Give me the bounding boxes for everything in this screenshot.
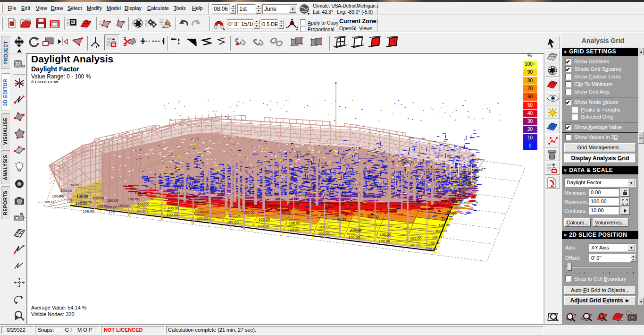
svg-text:100.00: 100.00	[197, 216, 209, 221]
svg-text:100: 100	[58, 194, 65, 198]
svg-text:100.00: 100.00	[461, 181, 473, 186]
svg-text:90.52: 90.52	[400, 159, 410, 163]
svg-text:100.00: 100.00	[44, 200, 56, 204]
svg-text:100.00: 100.00	[445, 211, 457, 215]
svg-text:100.00: 100.00	[83, 209, 94, 214]
svg-text:100.00: 100.00	[438, 223, 450, 227]
svg-text:100.00: 100.00	[136, 209, 148, 213]
svg-text:100.00: 100.00	[319, 201, 331, 205]
svg-text:100.00: 100.00	[202, 187, 214, 191]
svg-text:100.00: 100.00	[97, 204, 109, 208]
svg-text:100.00: 100.00	[258, 224, 269, 228]
svg-text:100.00: 100.00	[458, 188, 469, 192]
svg-text:100.00: 100.00	[288, 228, 300, 232]
svg-text:100.00: 100.00	[137, 202, 149, 206]
svg-text:100.00: 100.00	[243, 210, 255, 215]
svg-text:100.00: 100.00	[266, 204, 277, 208]
svg-text:100.00: 100.00	[128, 197, 140, 201]
svg-text:100.00: 100.00	[426, 247, 437, 251]
svg-text:100.00: 100.00	[167, 206, 179, 210]
svg-text:100.00: 100.00	[69, 183, 81, 187]
svg-text:100.00: 100.00	[429, 241, 441, 245]
svg-text:100.00: 100.00	[448, 205, 460, 209]
svg-text:90.53: 90.53	[337, 217, 347, 222]
svg-text:100.00: 100.00	[367, 215, 379, 219]
svg-text:100.00: 100.00	[351, 228, 362, 232]
svg-text:100.00: 100.00	[442, 217, 453, 221]
svg-text:100.00: 100.00	[319, 225, 331, 229]
svg-text:100.00: 100.00	[333, 202, 345, 206]
svg-text:100.00: 100.00	[167, 213, 178, 217]
svg-text:100.00: 100.00	[432, 235, 444, 239]
svg-text:100.00: 100.00	[228, 214, 240, 218]
svg-text:100.00: 100.00	[60, 189, 72, 193]
svg-text:100.00: 100.00	[92, 196, 104, 200]
svg-text:100.00: 100.00	[380, 232, 392, 237]
svg-text:100.00: 100.00	[287, 202, 299, 206]
svg-text:100: 100	[109, 209, 115, 214]
svg-text:100.00: 100.00	[107, 198, 119, 203]
svg-text:100.00: 100.00	[76, 194, 88, 198]
svg-text:100.00: 100.00	[409, 243, 421, 247]
svg-text:100.00: 100.00	[348, 235, 360, 240]
svg-text:10: 10	[69, 198, 73, 202]
svg-text:100.00: 100.00	[451, 199, 463, 204]
svg-text:100.00: 100.00	[454, 193, 466, 198]
svg-text:100.00: 100.00	[435, 229, 447, 233]
svg-text:100.00: 100.00	[410, 236, 422, 241]
svg-text:100.00: 100.00	[80, 200, 92, 204]
svg-text:100.00: 100.00	[134, 191, 146, 195]
svg-text:100.00: 100.00	[472, 168, 484, 172]
svg-text:100.00: 100.00	[227, 220, 239, 224]
svg-text:100.00: 100.00	[289, 221, 301, 225]
svg-text:100.00: 100.00	[259, 217, 270, 222]
svg-text:100.00: 100.00	[318, 232, 330, 236]
svg-text:100.00: 100.00	[379, 239, 391, 243]
svg-text:100.00: 100.00	[118, 204, 130, 208]
svg-text:100.00: 100.00	[198, 210, 209, 214]
svg-text:100.00: 100.00	[464, 175, 476, 180]
